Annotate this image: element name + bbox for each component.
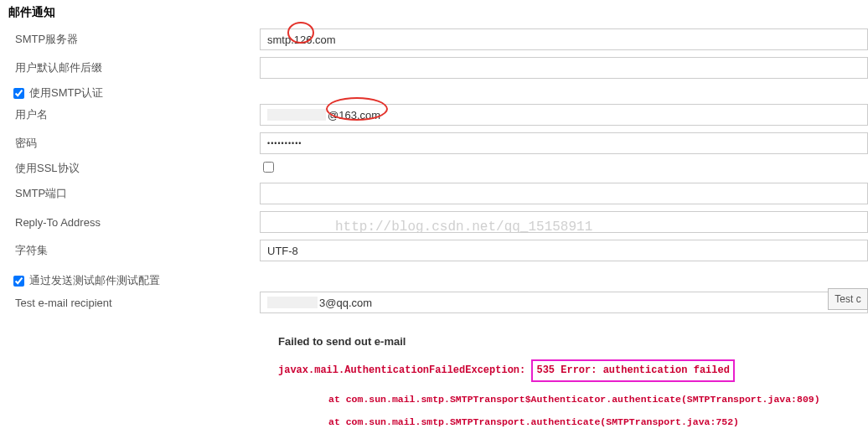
input-test-recipient[interactable]: 3@qq.com xyxy=(260,292,868,313)
label-smtp-server: SMTP服务器 xyxy=(0,32,260,47)
label-smtp-port: SMTP端口 xyxy=(0,186,260,201)
exception-prefix: javax.mail.AuthenticationFailedException… xyxy=(278,364,531,376)
error-section: Failed to send out e-mail javax.mail.Aut… xyxy=(278,335,868,439)
exception-detail: 535 Error: authentication failed xyxy=(531,359,734,382)
input-smtp-server[interactable] xyxy=(260,28,868,50)
input-smtp-port[interactable] xyxy=(260,183,868,204)
row-charset: 字符集 xyxy=(0,236,868,265)
input-password[interactable] xyxy=(260,132,868,154)
input-charset[interactable] xyxy=(260,240,868,261)
label-reply-to: Reply-To Address xyxy=(0,216,260,229)
error-title: Failed to send out e-mail xyxy=(278,335,868,348)
label-password: 密码 xyxy=(0,136,260,151)
row-use-ssl: 使用SSL协议 xyxy=(0,158,868,179)
row-test-recipient: Test e-mail recipient 3@qq.com xyxy=(0,288,868,317)
row-reply-to: Reply-To Address xyxy=(0,208,868,236)
recipient-suffix: 3@qq.com xyxy=(319,297,372,309)
input-default-suffix[interactable] xyxy=(260,57,868,79)
checkbox-use-ssl[interactable] xyxy=(263,162,274,173)
row-username: 用户名 @163.com xyxy=(0,101,868,129)
row-password: 密码 xyxy=(0,129,868,158)
section-title: 邮件通知 xyxy=(0,0,868,25)
label-use-ssl: 使用SSL协议 xyxy=(0,161,260,176)
row-test-config: 通过发送测试邮件测试配置 xyxy=(0,270,868,290)
test-configuration-button[interactable]: Test c xyxy=(828,288,868,310)
label-charset: 字符集 xyxy=(0,243,260,258)
row-default-suffix: 用户默认邮件后缀 xyxy=(0,54,868,82)
label-test-config: 通过发送测试邮件测试配置 xyxy=(29,273,160,288)
input-username[interactable]: @163.com xyxy=(260,104,868,126)
username-suffix: @163.com xyxy=(328,109,380,121)
row-smtp-port: SMTP端口 xyxy=(0,179,868,208)
redacted-recipient-prefix xyxy=(267,297,318,308)
stack-line-0: at com.sun.mail.smtp.SMTPTransport$Authe… xyxy=(328,394,868,405)
exception-line: javax.mail.AuthenticationFailedException… xyxy=(278,359,868,382)
row-use-smtp-auth: 使用SMTP认证 xyxy=(0,82,868,102)
label-use-smtp-auth: 使用SMTP认证 xyxy=(29,85,103,101)
checkbox-test-config[interactable] xyxy=(13,276,24,287)
redacted-username-prefix xyxy=(267,109,326,121)
label-test-recipient: Test e-mail recipient xyxy=(0,297,260,309)
input-reply-to[interactable] xyxy=(260,211,868,233)
label-username: 用户名 xyxy=(0,107,260,122)
stack-line-1: at com.sun.mail.smtp.SMTPTransport.authe… xyxy=(328,416,868,427)
row-smtp-server: SMTP服务器 xyxy=(0,25,868,54)
checkbox-use-smtp-auth[interactable] xyxy=(13,88,24,99)
label-default-suffix: 用户默认邮件后缀 xyxy=(0,60,260,75)
